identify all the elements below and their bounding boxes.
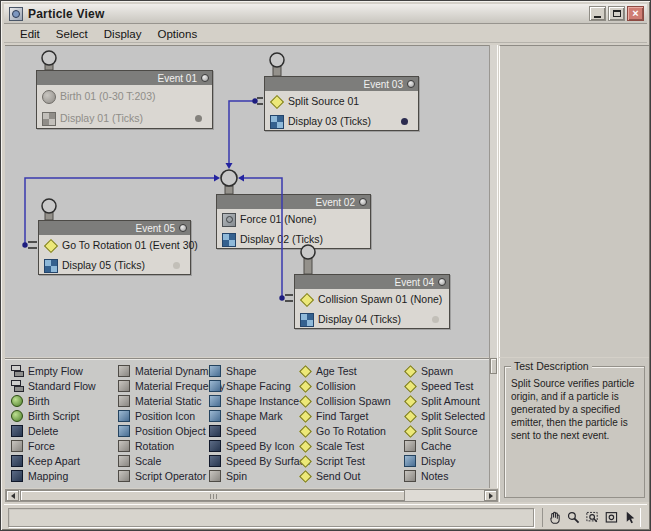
depot-item-speed-test[interactable]: Speed Test: [403, 378, 485, 393]
depot-item-go-to-rotation[interactable]: Go To Rotation: [298, 423, 391, 438]
depot-item-empty-flow[interactable]: Empty Flow: [10, 363, 96, 378]
event-canvas[interactable]: Event 01Birth 01 (0-30 T:203)Display 01 …: [5, 45, 489, 357]
dark-operator-icon: [208, 439, 222, 452]
birth-01-action[interactable]: Birth 01 (0-30 T:203): [37, 85, 212, 107]
green-operator-icon: [10, 394, 24, 407]
menu-edit[interactable]: Edit: [12, 27, 48, 41]
depot-item-label: Script Operator: [135, 470, 206, 482]
zoom-extents-tool[interactable]: [602, 508, 620, 526]
minimize-button[interactable]: [589, 6, 606, 21]
depot-item-shape-facing[interactable]: Shape Facing: [208, 378, 311, 393]
split-source-01-test[interactable]: Split Source 01: [265, 91, 418, 111]
menu-select[interactable]: Select: [48, 27, 96, 41]
display-03-action[interactable]: Display 03 (Ticks): [265, 111, 418, 131]
depot-item-split-selected[interactable]: Split Selected: [403, 408, 485, 423]
blue-operator-icon: [208, 379, 222, 392]
depot-item-label: Shape Facing: [226, 380, 291, 392]
display-icon: [43, 258, 58, 273]
horizontal-scroll-thumb[interactable]: [20, 490, 405, 501]
menu-display[interactable]: Display: [96, 27, 150, 41]
event-header[interactable]: Event 05: [39, 221, 190, 235]
event-input-stub: [304, 258, 312, 274]
depot-item-label: Shape: [226, 365, 256, 377]
scroll-right-button[interactable]: [484, 490, 497, 501]
pan-tool[interactable]: [545, 508, 563, 526]
select-tool[interactable]: [621, 508, 639, 526]
display-04-action[interactable]: Display 04 (Ticks): [295, 309, 449, 329]
depot-item-birth-script[interactable]: Birth Script: [10, 408, 96, 423]
depot-item-send-out[interactable]: Send Out: [298, 468, 391, 483]
depot-item-label: Mapping: [28, 470, 68, 482]
maximize-button[interactable]: [608, 6, 625, 21]
depot-item-age-test[interactable]: Age Test: [298, 363, 391, 378]
zoom-extents-tool-icon: [604, 510, 619, 525]
horizontal-scrollbar[interactable]: [5, 489, 498, 502]
depot-item-label: Speed: [226, 425, 256, 437]
horizontal-scroll-track[interactable]: [19, 490, 484, 501]
event-node-02[interactable]: Event 02Force 01 (None)Display 02 (Ticks…: [216, 194, 371, 249]
zoom-tool[interactable]: [564, 508, 582, 526]
vertical-scrollbar[interactable]: [489, 45, 498, 488]
action-label: Force 01 (None): [240, 213, 316, 225]
region-zoom-tool[interactable]: [583, 508, 601, 526]
depot-item-birth[interactable]: Birth: [10, 393, 96, 408]
depot-item-script-test[interactable]: Script Test: [298, 453, 391, 468]
wire-arrow: [238, 175, 244, 182]
depot-item-mapping[interactable]: Mapping: [10, 468, 96, 483]
depot-item-notes[interactable]: Notes: [403, 468, 485, 483]
depot-item-label: Split Selected: [421, 410, 485, 422]
depot-item-standard-flow[interactable]: Standard Flow: [10, 378, 96, 393]
event-header[interactable]: Event 03: [265, 77, 418, 91]
go-to-rotation-01-test[interactable]: Go To Rotation 01 (Event 30): [39, 235, 190, 255]
depot-item-display[interactable]: Display: [403, 453, 485, 468]
depot-item-cache[interactable]: Cache: [403, 438, 485, 453]
depot-item-label: Position Icon: [135, 410, 195, 422]
event-header[interactable]: Event 02: [217, 195, 370, 209]
event-lamp-icon: [438, 278, 446, 286]
depot-item-label: Keep Apart: [28, 455, 80, 467]
depot-item-collision-spawn[interactable]: Collision Spawn: [298, 393, 391, 408]
depot-item-keep-apart[interactable]: Keep Apart: [10, 453, 96, 468]
vertical-scroll-thumb[interactable]: [490, 358, 497, 374]
test-operator-icon: [403, 424, 417, 437]
depot-item-spin[interactable]: Spin: [208, 468, 311, 483]
depot-item-split-amount[interactable]: Split Amount: [403, 393, 485, 408]
event-node-03[interactable]: Event 03Split Source 01Display 03 (Ticks…: [264, 76, 419, 131]
depot-item-shape[interactable]: Shape: [208, 363, 311, 378]
depot-item-split-source[interactable]: Split Source: [403, 423, 485, 438]
display-01-action[interactable]: Display 01 (Ticks): [37, 107, 212, 129]
force-01-action[interactable]: Force 01 (None): [217, 209, 370, 229]
blue-operator-icon: [208, 364, 222, 377]
titlebar[interactable]: Particle View ×: [4, 4, 647, 24]
statusbar: [4, 504, 647, 529]
depot-item-find-target[interactable]: Find Target: [298, 408, 391, 423]
depot-item-force[interactable]: Force: [10, 438, 96, 453]
operator-depot: Empty FlowStandard FlowBirthBirth Script…: [5, 358, 489, 488]
scroll-left-button[interactable]: [6, 490, 19, 501]
test-description-group: Test Description Split Source verifies p…: [504, 366, 645, 498]
display-05-action[interactable]: Display 05 (Ticks): [39, 255, 190, 275]
display-02-action[interactable]: Display 02 (Ticks): [217, 229, 370, 249]
depot-item-shape-instance[interactable]: Shape Instance: [208, 393, 311, 408]
event-header[interactable]: Event 01: [37, 71, 212, 85]
event-header[interactable]: Event 04: [295, 275, 449, 289]
collision-spawn-01-test[interactable]: Collision Spawn 01 (None): [295, 289, 449, 309]
event-node-05[interactable]: Event 05Go To Rotation 01 (Event 30)Disp…: [38, 220, 191, 275]
depot-item-spawn[interactable]: Spawn: [403, 363, 485, 378]
depot-item-shape-mark[interactable]: Shape Mark: [208, 408, 311, 423]
menu-options[interactable]: Options: [150, 27, 206, 41]
depot-item-scale-test[interactable]: Scale Test: [298, 438, 391, 453]
close-button[interactable]: ×: [627, 6, 644, 21]
depot-item-speed-by-icon[interactable]: Speed By Icon: [208, 438, 311, 453]
event-input-stub: [225, 186, 233, 194]
event-node-01[interactable]: Event 01Birth 01 (0-30 T:203)Display 01 …: [36, 70, 213, 129]
gray-operator-icon: [117, 379, 131, 392]
depot-item-label: Shape Mark: [226, 410, 283, 422]
event-node-04[interactable]: Event 04Collision Spawn 01 (None)Display…: [294, 274, 450, 329]
action-label: Display 01 (Ticks): [60, 112, 143, 124]
display-icon: [269, 114, 284, 129]
depot-item-speed-by-surface[interactable]: Speed By Surface: [208, 453, 311, 468]
depot-item-speed[interactable]: Speed: [208, 423, 311, 438]
depot-item-collision[interactable]: Collision: [298, 378, 391, 393]
depot-item-delete[interactable]: Delete: [10, 423, 96, 438]
